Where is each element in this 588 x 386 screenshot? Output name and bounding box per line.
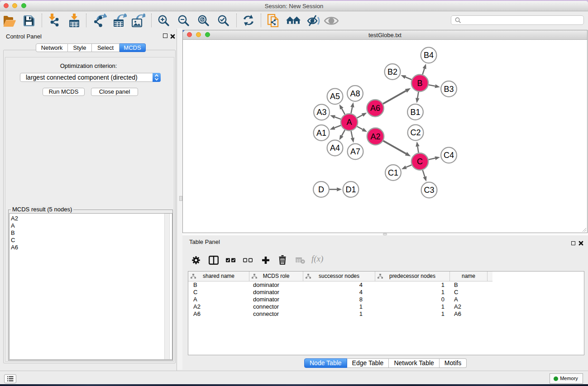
svg-text:C4: C4 (444, 151, 454, 160)
svg-text:B3: B3 (444, 85, 454, 94)
svg-text:A6: A6 (370, 104, 380, 113)
svg-text:B: B (417, 79, 422, 88)
svg-text:B2: B2 (387, 67, 397, 76)
svg-text:A4: A4 (330, 143, 340, 152)
svg-text:A5: A5 (330, 92, 340, 101)
svg-text:A3: A3 (316, 108, 326, 117)
svg-text:A2: A2 (370, 132, 380, 141)
svg-text:A7: A7 (350, 147, 360, 156)
svg-text:A: A (346, 118, 352, 127)
svg-text:C: C (417, 157, 423, 166)
svg-text:B4: B4 (424, 51, 434, 60)
svg-text:C1: C1 (388, 168, 398, 177)
svg-text:C3: C3 (424, 186, 434, 195)
svg-text:D: D (318, 185, 324, 194)
svg-text:C2: C2 (410, 128, 421, 137)
svg-text:B1: B1 (410, 108, 420, 117)
svg-text:A8: A8 (350, 89, 360, 98)
svg-text:D1: D1 (345, 185, 356, 194)
svg-text:A1: A1 (316, 129, 326, 138)
